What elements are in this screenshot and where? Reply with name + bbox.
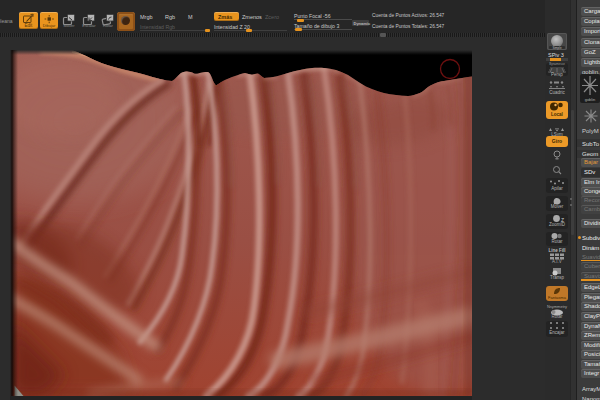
svg-text:Dibujar: Dibujar — [42, 23, 55, 28]
svg-text:Edit: Edit — [25, 23, 34, 28]
svg-text:goblin: goblin — [585, 97, 596, 102]
